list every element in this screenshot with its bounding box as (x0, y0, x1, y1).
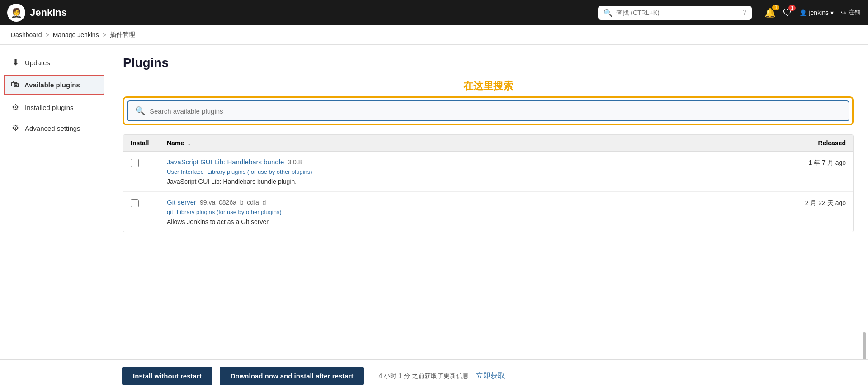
plugin-info-2: Git server 99.va_0826a_b_cdfa_d git Libr… (167, 198, 755, 225)
plugin-desc-1: JavaScript GUI Lib: Handlebars bundle pl… (167, 178, 755, 185)
user-avatar-icon: 👤 (799, 9, 807, 16)
logout-label: 注销 (848, 9, 861, 17)
logout-button[interactable]: ↪ 注销 (841, 9, 861, 17)
plugin-name-line-1: JavaScript GUI Lib: Handlebars bundle 3.… (167, 158, 755, 166)
content: Plugins 在这里搜索 🔍 Install Name ↓ Released (108, 45, 868, 391)
col-header-install: Install (131, 139, 167, 147)
help-icon[interactable]: ? (743, 9, 747, 17)
col-header-released: Released (755, 139, 846, 147)
plugin-tags-1: User Interface Library plugins (for use … (167, 168, 755, 175)
plugin-info-1: JavaScript GUI Lib: Handlebars bundle 3.… (167, 158, 755, 185)
search-icon: 🔍 (604, 9, 613, 17)
plugin-tag-2-0[interactable]: git (167, 209, 173, 215)
plugin-tag-1-0[interactable]: User Interface (167, 168, 204, 175)
col-name-label: Name (167, 139, 184, 147)
sidebar-item-available-plugins[interactable]: 🛍 Available plugins (4, 75, 104, 95)
fetch-now-link[interactable]: 立即获取 (476, 371, 505, 381)
sidebar-item-advanced-settings[interactable]: ⚙ Advanced settings (0, 118, 108, 139)
download-icon: ⬇ (10, 57, 20, 67)
plugin-version-2: 99.va_0826a_b_cdfa_d (200, 199, 266, 206)
search-outer-highlight: 🔍 (123, 96, 854, 125)
plugin-name-link-2[interactable]: Git server (167, 198, 196, 206)
plugin-released-2: 2 月 22 天 ago (755, 198, 846, 207)
download-and-install-button[interactable]: Download now and install after restart (220, 367, 364, 385)
search-inner[interactable]: 🔍 (127, 100, 849, 121)
sidebar-item-updates-label: Updates (25, 59, 50, 67)
sidebar-item-installed-plugins[interactable]: ⚙ Installed plugins (0, 97, 108, 118)
install-without-restart-button[interactable]: Install without restart (122, 367, 212, 385)
plugin-search-input[interactable] (150, 107, 841, 115)
sidebar-item-updates[interactable]: ⬇ Updates (0, 52, 108, 73)
breadcrumb-dashboard[interactable]: Dashboard (11, 31, 42, 38)
user-menu[interactable]: 👤 jenkins ▾ (799, 9, 834, 16)
bottom-bar: Install without restart Download now and… (0, 359, 868, 392)
logout-icon: ↪ (841, 9, 846, 16)
plugin-desc-2: Allows Jenkins to act as a Git server. (167, 218, 755, 225)
table-header: Install Name ↓ Released (123, 135, 853, 152)
header-search-input[interactable] (616, 9, 739, 16)
checkbox-git-server[interactable] (131, 199, 139, 207)
chevron-down-icon: ▾ (830, 9, 834, 16)
table-row: Git server 99.va_0826a_b_cdfa_d git Libr… (123, 192, 853, 232)
search-annotation: 在这里搜索 (123, 79, 854, 93)
update-info-text: 4 小时 1 分 之前获取了更新信息 (378, 372, 468, 380)
sidebar-item-installed-plugins-label: Installed plugins (25, 104, 74, 111)
plugin-checkbox-1[interactable] (131, 158, 167, 169)
breadcrumb-sep-2: > (103, 31, 106, 38)
security-badge: 1 (788, 5, 796, 11)
sidebar: ⬇ Updates 🛍 Available plugins ⚙ Installe… (0, 45, 108, 391)
col-header-name: Name ↓ (167, 139, 755, 147)
sidebar-item-advanced-settings-label: Advanced settings (25, 124, 80, 132)
breadcrumb-manage-jenkins[interactable]: Manage Jenkins (53, 31, 99, 38)
breadcrumb-current: 插件管理 (110, 31, 135, 39)
plugin-tag-1-1[interactable]: Library plugins (for use by other plugin… (208, 168, 312, 175)
main-layout: ⬇ Updates 🛍 Available plugins ⚙ Installe… (0, 45, 868, 391)
jenkins-logo-icon: 🤵 (7, 4, 25, 22)
search-input-icon: 🔍 (135, 106, 145, 116)
shopping-bag-icon: 🛍 (10, 80, 20, 90)
plugin-released-1: 1 年 7 月 ago (755, 158, 846, 167)
sidebar-item-available-plugins-label: Available plugins (24, 81, 80, 89)
sort-arrow-icon[interactable]: ↓ (188, 140, 190, 147)
settings-icon: ⚙ (10, 123, 20, 133)
plugin-version-1: 3.0.8 (288, 158, 302, 166)
header-search-box[interactable]: 🔍 ? (598, 6, 752, 20)
breadcrumb-sep-1: > (46, 31, 49, 38)
checkbox-handlebars[interactable] (131, 159, 139, 167)
security-icon[interactable]: 🛡 1 (783, 8, 792, 18)
logo[interactable]: 🤵 Jenkins (7, 4, 67, 22)
table-row: JavaScript GUI Lib: Handlebars bundle 3.… (123, 152, 853, 192)
plugin-name-line-2: Git server 99.va_0826a_b_cdfa_d (167, 198, 755, 206)
gear-icon: ⚙ (10, 102, 20, 112)
page-title: Plugins (123, 56, 854, 70)
notification-badge: 1 (772, 5, 779, 10)
plugin-tags-2: git Library plugins (for use by other pl… (167, 209, 755, 215)
plugin-checkbox-2[interactable] (131, 198, 167, 209)
username-label: jenkins (809, 9, 829, 16)
plugin-tag-2-1[interactable]: Library plugins (for use by other plugin… (177, 209, 282, 215)
notification-bell[interactable]: 🔔 1 (764, 7, 776, 18)
jenkins-title: Jenkins (30, 7, 67, 19)
scrollbar[interactable] (863, 332, 866, 359)
header: 🤵 Jenkins 🔍 ? 🔔 1 🛡 1 👤 jenkins ▾ ↪ 注销 (0, 0, 868, 25)
plugin-name-link-1[interactable]: JavaScript GUI Lib: Handlebars bundle (167, 158, 284, 166)
plugins-table: Install Name ↓ Released JavaScript GUI L… (123, 134, 854, 232)
breadcrumb: Dashboard > Manage Jenkins > 插件管理 (0, 25, 868, 45)
header-right: 🔔 1 🛡 1 👤 jenkins ▾ ↪ 注销 (764, 7, 861, 18)
